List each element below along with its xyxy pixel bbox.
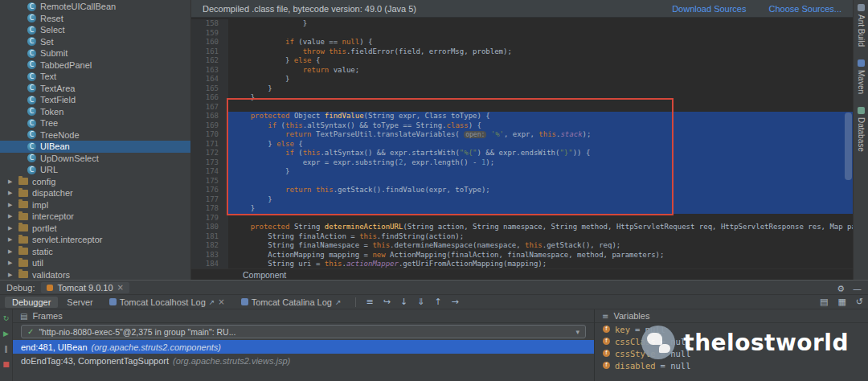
tab-debugger[interactable]: Debugger <box>5 297 58 308</box>
code-token: .fieldError(field, errorMsg, problem); <box>346 47 512 55</box>
variable-row-disabled[interactable]: fdisabled = null <box>595 359 868 371</box>
tree-item-url[interactable]: CURL <box>0 164 190 176</box>
chevron-right-icon[interactable]: ▶ <box>8 272 18 278</box>
tree-item-remoteuicallbean[interactable]: CRemoteUICallBean <box>0 1 190 13</box>
step-over-icon[interactable]: ↪ <box>379 297 395 307</box>
code-line[interactable]: 168 protected Object findValue(String ex… <box>191 112 853 121</box>
chevron-right-icon[interactable]: ▶ <box>8 260 18 266</box>
tool-tab-database[interactable]: Database <box>857 107 866 152</box>
tree-item-textfield[interactable]: CTextField <box>0 94 190 106</box>
code-line[interactable]: 167 <box>191 103 853 113</box>
tree-item-interceptor[interactable]: ▶interceptor <box>0 211 190 223</box>
step-into-icon[interactable]: ↓ <box>396 297 411 307</box>
code-line[interactable]: 183 ActionMapping mapping = new ActionMa… <box>191 251 853 260</box>
run-to-cursor-icon[interactable]: → <box>448 297 463 307</box>
tree-item-submit[interactable]: CSubmit <box>0 47 190 59</box>
code-line[interactable]: 177 } <box>191 195 853 205</box>
tree-item-config[interactable]: ▶config <box>0 176 190 188</box>
project-tree[interactable]: CRemoteUICallBeanCResetCSelectCSetCSubmi… <box>0 0 190 280</box>
tree-item-validators[interactable]: ▶validators <box>0 269 190 281</box>
stack-frame-row[interactable]: doEndTag:43, ComponentTagSupport (org.ap… <box>13 354 594 367</box>
tool-tab-maven[interactable]: Maven <box>857 59 866 94</box>
code-line[interactable]: 173 expr = expr.substring(2, expr.length… <box>191 158 853 168</box>
code-line[interactable]: 165 } <box>191 84 853 94</box>
code-line[interactable]: 164 } <box>191 75 853 84</box>
tree-item-util[interactable]: ▶util <box>0 257 190 269</box>
stack-frame-row[interactable]: end:481, UIBean (org.apache.struts2.comp… <box>13 340 594 354</box>
tool-tab-ant-build[interactable]: Ant Build <box>857 4 866 47</box>
code-line[interactable]: 181 String finalAction = this.findString… <box>191 232 853 242</box>
chevron-right-icon[interactable]: ▶ <box>8 248 18 255</box>
close-session-icon[interactable]: × <box>117 283 124 292</box>
tab-tomcat-localhost-log[interactable]: Tomcat Localhost Log↗× <box>102 297 232 308</box>
resume-icon[interactable]: ▶ <box>3 330 9 338</box>
breadcrumb-item[interactable]: Component <box>243 270 286 280</box>
external-link-icon[interactable]: ↗ <box>209 298 215 306</box>
code-line[interactable]: 160 if (value == null) { <box>191 38 853 47</box>
code-line[interactable]: 158 } <box>191 19 853 29</box>
restore-layout-icon[interactable]: ▦ <box>837 297 845 306</box>
close-tab-icon[interactable]: × <box>218 297 224 306</box>
tree-item-updownselect[interactable]: CUpDownSelect <box>0 153 190 165</box>
tree-item-reset[interactable]: CReset <box>0 13 190 25</box>
settings-gear-icon[interactable]: ⚙ <box>837 284 845 294</box>
tree-item-impl[interactable]: ▶impl <box>0 199 190 211</box>
chevron-right-icon[interactable]: ▶ <box>8 213 18 219</box>
chevron-right-icon[interactable]: ▶ <box>8 236 18 243</box>
code-line[interactable]: 174 } <box>191 167 853 177</box>
code-line[interactable]: 171 } else { <box>191 140 853 150</box>
stop-icon[interactable]: ■ <box>2 360 10 368</box>
tree-item-uibean[interactable]: CUIBean <box>0 141 190 153</box>
rollback-icon[interactable]: ↺ <box>856 297 863 306</box>
code-line[interactable]: 179 <box>191 214 853 223</box>
code-line[interactable]: 166 } <box>191 93 853 103</box>
tree-item-text[interactable]: CText <box>0 71 190 83</box>
code-line[interactable]: 176 return this.getStack().findValue(exp… <box>191 186 853 195</box>
force-step-into-icon[interactable]: ⇓ <box>413 297 428 307</box>
chevron-down-icon[interactable]: ▾ <box>575 328 579 336</box>
tree-item-tabbedpanel[interactable]: CTabbedPanel <box>0 59 190 72</box>
thread-selector[interactable]: ✓ "http-nio-8080-exec-5"@2,375 in group … <box>21 325 586 338</box>
choose-sources-link[interactable]: Choose Sources... <box>769 4 842 14</box>
code-line[interactable]: 178 } <box>191 204 853 214</box>
code-line[interactable]: 182 String finalNamespace = this.determi… <box>191 241 853 251</box>
chevron-right-icon[interactable]: ▶ <box>8 225 18 231</box>
tree-item-dispatcher[interactable]: ▶dispatcher <box>0 187 190 199</box>
hide-panel-icon[interactable]: — <box>853 284 862 294</box>
chevron-right-icon[interactable]: ▶ <box>8 190 18 196</box>
code-line[interactable]: 172 if (this.altSyntax() && expr.startsW… <box>191 149 853 158</box>
code-line[interactable]: 180 protected String determineActionURL(… <box>191 223 853 232</box>
layout-settings-icon[interactable]: ▤ <box>820 297 828 306</box>
tree-item-select[interactable]: CSelect <box>0 24 190 36</box>
rerun-icon[interactable]: ↻ <box>3 314 10 322</box>
step-out-icon[interactable]: ↑ <box>430 297 445 307</box>
tree-item-static[interactable]: ▶static <box>0 246 190 258</box>
code-line[interactable]: 159 <box>191 29 853 39</box>
download-sources-link[interactable]: Download Sources <box>672 4 746 14</box>
chevron-right-icon[interactable]: ▶ <box>8 202 18 208</box>
code-line[interactable]: 175 <box>191 177 853 186</box>
threads-menu-icon[interactable]: ≡ <box>362 297 378 307</box>
pause-icon[interactable]: ∥ <box>4 345 8 353</box>
code-line[interactable]: 184 String uri = this.actionMapper.getUr… <box>191 260 853 268</box>
tab-server[interactable]: Server <box>59 297 100 308</box>
code-editor[interactable]: 158 }159160 if (value == null) {161 thro… <box>191 18 853 268</box>
code-line[interactable]: 170 return TextParseUtil.translateVariab… <box>191 130 853 140</box>
tree-item-treenode[interactable]: CTreeNode <box>0 129 190 141</box>
code-line[interactable]: 169 if (this.altSyntax() && toType == St… <box>191 121 853 131</box>
tree-item-servlet-interceptor[interactable]: ▶servlet.interceptor <box>0 234 190 246</box>
external-link-icon[interactable]: ↗ <box>335 298 342 306</box>
scrollbar-thumb[interactable] <box>845 113 852 180</box>
tree-item-textarea[interactable]: CTextArea <box>0 83 190 95</box>
tab-tomcat-catalina-log[interactable]: Tomcat Catalina Log↗ <box>234 297 349 308</box>
tree-item-set[interactable]: CSet <box>0 36 190 48</box>
tree-item-tree[interactable]: CTree <box>0 117 190 129</box>
tree-item-portlet[interactable]: ▶portlet <box>0 223 190 235</box>
code-line[interactable]: 163 return value; <box>191 66 853 76</box>
tree-item-token[interactable]: CToken <box>0 106 190 118</box>
chevron-right-icon[interactable]: ▶ <box>8 178 18 185</box>
editor-scrollbar[interactable] <box>844 18 853 268</box>
code-line[interactable]: 162 } else { <box>191 56 853 66</box>
debug-session-tab[interactable]: Tomcat 9.0.10 × <box>41 282 129 293</box>
code-line[interactable]: 161 throw this.fieldError(field, errorMs… <box>191 47 853 57</box>
